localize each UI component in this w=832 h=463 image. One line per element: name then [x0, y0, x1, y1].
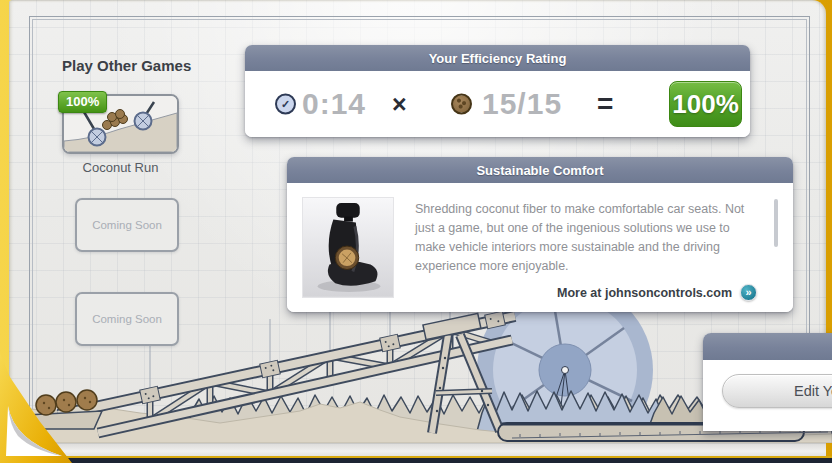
info-body-text: Shredding coconut fiber to make comforta… [415, 200, 757, 276]
edit-panel-header [703, 333, 832, 360]
car-seat-image [302, 197, 394, 298]
equals-sign: = [597, 88, 613, 120]
edit-button[interactable]: Edit Yo [722, 374, 832, 408]
sidebar-title: Play Other Games [62, 57, 192, 74]
game-title-label: Coconut Run [48, 160, 193, 175]
edit-panel: Edit Yo [703, 333, 832, 431]
coconut-count: 15/15 [482, 87, 562, 121]
efficiency-rating-panel: Your Efficiency Rating ✓ 0:14 × 15/15 = … [245, 45, 750, 137]
info-panel-title: Sustainable Comfort [287, 157, 793, 183]
bottom-navy-bar [0, 456, 832, 463]
efficiency-panel-body: ✓ 0:14 × 15/15 = 100% [245, 71, 750, 137]
multiply-sign: × [392, 90, 407, 119]
coconut-icon [451, 94, 472, 115]
double-chevron-icon[interactable]: » [740, 284, 757, 301]
more-link-label[interactable]: More at johnsoncontrols.com [557, 286, 732, 300]
paper-edge [9, 443, 826, 456]
more-link[interactable]: More at johnsoncontrols.com » [557, 284, 757, 301]
sustainable-comfort-panel: Sustainable Comfort Shredding co [287, 157, 793, 312]
text-scrollbar[interactable] [774, 199, 778, 247]
page-curl [6, 406, 64, 458]
edit-panel-body: Edit Yo [703, 360, 832, 431]
coming-soon-slot-2: Coming Soon [75, 292, 179, 346]
clock-icon: ✓ [275, 94, 296, 115]
time-value: 0:14 [302, 87, 366, 121]
efficiency-panel-title: Your Efficiency Rating [245, 45, 750, 71]
rating-badge: 100% [669, 81, 742, 127]
game-screen: Play Other Games 100% Coconut Run Coming… [0, 0, 832, 463]
score-badge: 100% [58, 91, 107, 113]
coming-soon-slot-1: Coming Soon [75, 198, 179, 252]
info-panel-body: Shredding coconut fiber to make comforta… [287, 183, 793, 312]
